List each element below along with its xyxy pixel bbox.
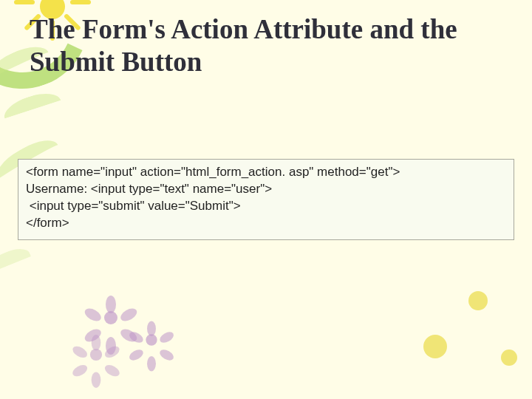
decor-dot	[468, 291, 488, 310]
decor-swoosh	[0, 244, 37, 288]
code-line: </form>	[26, 216, 69, 230]
code-line: Username: <input type="text" name="user"…	[26, 182, 272, 196]
code-line: <form name="input" action="html_form_act…	[26, 165, 400, 179]
flower-icon	[76, 335, 116, 375]
slide-title: The Form's Action Attribute and the Subm…	[0, 0, 532, 78]
decor-swoosh	[1, 88, 66, 134]
decor-arc-bottom-right	[403, 270, 532, 399]
decor-dot	[501, 349, 517, 366]
code-example-box: <form name="input" action="html_form_act…	[18, 159, 514, 240]
flower-icon	[89, 296, 133, 340]
flower-icon	[133, 321, 171, 359]
code-line: <input type="submit" value="Submit">	[26, 199, 241, 213]
decor-dot	[423, 335, 447, 358]
